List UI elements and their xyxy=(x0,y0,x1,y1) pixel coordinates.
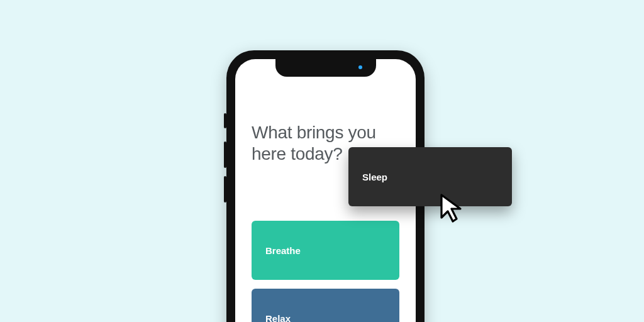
option-card-sleep[interactable]: Sleep xyxy=(348,147,512,206)
volume-down-button xyxy=(224,176,226,203)
phone-notch xyxy=(275,59,376,77)
volume-up-button xyxy=(224,142,226,168)
option-card-relax[interactable]: Relax xyxy=(252,289,399,322)
option-label: Relax xyxy=(265,313,291,322)
camera-indicator-icon xyxy=(358,65,362,69)
option-label: Breathe xyxy=(265,245,301,256)
cursor-icon xyxy=(438,192,468,223)
mute-switch xyxy=(224,113,226,128)
option-card-breathe[interactable]: Breathe xyxy=(252,221,399,280)
option-label: Sleep xyxy=(362,172,387,182)
